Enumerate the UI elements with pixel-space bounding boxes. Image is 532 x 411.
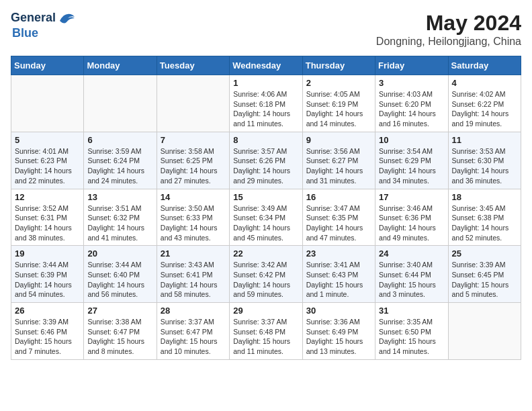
day-number: 1 xyxy=(233,78,298,88)
calendar-day-cell: 9Sunrise: 3:56 AM Sunset: 6:27 PM Daylig… xyxy=(302,132,375,189)
day-info: Sunrise: 3:37 AM Sunset: 6:48 PM Dayligh… xyxy=(233,317,298,357)
day-number: 18 xyxy=(452,192,517,202)
day-info: Sunrise: 3:53 AM Sunset: 6:30 PM Dayligh… xyxy=(452,146,517,186)
day-info: Sunrise: 3:47 AM Sunset: 6:35 PM Dayligh… xyxy=(306,203,371,243)
day-number: 28 xyxy=(161,306,226,316)
weekday-header: Wednesday xyxy=(230,56,302,75)
calendar-header: SundayMondayTuesdayWednesdayThursdayFrid… xyxy=(11,56,521,75)
day-number: 12 xyxy=(15,192,80,202)
location: Dongning, Heilongjiang, China xyxy=(376,36,521,48)
calendar-day-cell: 21Sunrise: 3:43 AM Sunset: 6:41 PM Dayli… xyxy=(157,246,229,303)
day-info: Sunrise: 3:51 AM Sunset: 6:32 PM Dayligh… xyxy=(87,203,152,243)
day-info: Sunrise: 4:01 AM Sunset: 6:23 PM Dayligh… xyxy=(15,146,80,186)
weekday-header: Saturday xyxy=(448,56,521,75)
day-number: 23 xyxy=(306,248,371,259)
calendar-day-cell: 20Sunrise: 3:44 AM Sunset: 6:40 PM Dayli… xyxy=(84,246,157,303)
calendar-day-cell: 26Sunrise: 3:39 AM Sunset: 6:46 PM Dayli… xyxy=(11,303,84,360)
calendar-day-cell: 14Sunrise: 3:50 AM Sunset: 6:33 PM Dayli… xyxy=(157,189,229,246)
day-info: Sunrise: 4:02 AM Sunset: 6:22 PM Dayligh… xyxy=(452,89,517,129)
calendar-day-cell: 22Sunrise: 3:42 AM Sunset: 6:42 PM Dayli… xyxy=(230,246,302,303)
calendar-table: SundayMondayTuesdayWednesdayThursdayFrid… xyxy=(11,56,521,360)
logo-general: General xyxy=(11,11,56,24)
day-number: 29 xyxy=(233,306,298,316)
day-number: 25 xyxy=(452,248,517,259)
day-number: 21 xyxy=(161,248,226,259)
day-number: 17 xyxy=(379,192,444,202)
day-info: Sunrise: 3:56 AM Sunset: 6:27 PM Dayligh… xyxy=(306,146,371,186)
calendar-day-cell: 15Sunrise: 3:49 AM Sunset: 6:34 PM Dayli… xyxy=(230,189,302,246)
calendar-day-cell: 2Sunrise: 4:05 AM Sunset: 6:19 PM Daylig… xyxy=(302,75,375,132)
calendar-day-cell xyxy=(11,75,84,132)
month-title: May 2024 xyxy=(376,11,521,36)
day-number: 15 xyxy=(233,192,298,202)
day-number: 24 xyxy=(379,248,444,259)
logo-blue: Blue xyxy=(12,26,38,40)
calendar-day-cell: 4Sunrise: 4:02 AM Sunset: 6:22 PM Daylig… xyxy=(448,75,521,132)
day-info: Sunrise: 3:38 AM Sunset: 6:47 PM Dayligh… xyxy=(87,317,152,357)
calendar-week-row: 12Sunrise: 3:52 AM Sunset: 6:31 PM Dayli… xyxy=(11,189,521,246)
day-info: Sunrise: 3:37 AM Sunset: 6:47 PM Dayligh… xyxy=(161,317,226,357)
day-number: 27 xyxy=(87,306,152,316)
calendar-day-cell: 16Sunrise: 3:47 AM Sunset: 6:35 PM Dayli… xyxy=(302,189,375,246)
title-block: May 2024 Dongning, Heilongjiang, China xyxy=(376,11,521,48)
calendar-day-cell: 18Sunrise: 3:45 AM Sunset: 6:38 PM Dayli… xyxy=(448,189,521,246)
calendar-day-cell: 7Sunrise: 3:58 AM Sunset: 6:25 PM Daylig… xyxy=(157,132,229,189)
day-info: Sunrise: 4:05 AM Sunset: 6:19 PM Dayligh… xyxy=(306,89,371,129)
calendar-day-cell: 11Sunrise: 3:53 AM Sunset: 6:30 PM Dayli… xyxy=(448,132,521,189)
calendar-day-cell: 23Sunrise: 3:41 AM Sunset: 6:43 PM Dayli… xyxy=(302,246,375,303)
day-number: 2 xyxy=(306,78,371,88)
day-number: 30 xyxy=(306,306,371,316)
day-info: Sunrise: 4:06 AM Sunset: 6:18 PM Dayligh… xyxy=(233,89,298,129)
weekday-header: Thursday xyxy=(302,56,375,75)
calendar-week-row: 26Sunrise: 3:39 AM Sunset: 6:46 PM Dayli… xyxy=(11,303,521,360)
calendar-day-cell: 13Sunrise: 3:51 AM Sunset: 6:32 PM Dayli… xyxy=(84,189,157,246)
day-number: 5 xyxy=(15,135,80,145)
day-info: Sunrise: 3:46 AM Sunset: 6:36 PM Dayligh… xyxy=(379,203,444,243)
day-info: Sunrise: 3:45 AM Sunset: 6:38 PM Dayligh… xyxy=(452,203,517,243)
day-info: Sunrise: 3:54 AM Sunset: 6:29 PM Dayligh… xyxy=(379,146,444,186)
calendar-day-cell: 25Sunrise: 3:39 AM Sunset: 6:45 PM Dayli… xyxy=(448,246,521,303)
calendar-week-row: 1Sunrise: 4:06 AM Sunset: 6:18 PM Daylig… xyxy=(11,75,521,132)
day-number: 31 xyxy=(379,306,444,316)
calendar-day-cell: 27Sunrise: 3:38 AM Sunset: 6:47 PM Dayli… xyxy=(84,303,157,360)
weekday-row: SundayMondayTuesdayWednesdayThursdayFrid… xyxy=(11,56,521,75)
weekday-header: Friday xyxy=(375,56,448,75)
day-info: Sunrise: 3:43 AM Sunset: 6:41 PM Dayligh… xyxy=(161,260,226,300)
calendar-day-cell: 31Sunrise: 3:35 AM Sunset: 6:50 PM Dayli… xyxy=(375,303,448,360)
day-info: Sunrise: 3:58 AM Sunset: 6:25 PM Dayligh… xyxy=(161,146,226,186)
calendar-week-row: 19Sunrise: 3:44 AM Sunset: 6:39 PM Dayli… xyxy=(11,246,521,303)
calendar-day-cell xyxy=(157,75,229,132)
calendar-day-cell: 1Sunrise: 4:06 AM Sunset: 6:18 PM Daylig… xyxy=(230,75,302,132)
day-info: Sunrise: 3:44 AM Sunset: 6:40 PM Dayligh… xyxy=(87,260,152,300)
day-info: Sunrise: 3:39 AM Sunset: 6:45 PM Dayligh… xyxy=(452,260,517,300)
weekday-header: Monday xyxy=(84,56,157,75)
day-info: Sunrise: 3:50 AM Sunset: 6:33 PM Dayligh… xyxy=(161,203,226,243)
day-info: Sunrise: 3:52 AM Sunset: 6:31 PM Dayligh… xyxy=(15,203,80,243)
calendar-day-cell: 19Sunrise: 3:44 AM Sunset: 6:39 PM Dayli… xyxy=(11,246,84,303)
logo: General Blue xyxy=(11,11,76,40)
day-info: Sunrise: 3:49 AM Sunset: 6:34 PM Dayligh… xyxy=(233,203,298,243)
logo-text: General xyxy=(11,11,76,26)
day-number: 26 xyxy=(15,306,80,316)
day-number: 10 xyxy=(379,135,444,145)
day-number: 3 xyxy=(379,78,444,88)
day-info: Sunrise: 3:36 AM Sunset: 6:49 PM Dayligh… xyxy=(306,317,371,357)
calendar-day-cell: 8Sunrise: 3:57 AM Sunset: 6:26 PM Daylig… xyxy=(230,132,302,189)
calendar-day-cell: 6Sunrise: 3:59 AM Sunset: 6:24 PM Daylig… xyxy=(84,132,157,189)
day-number: 22 xyxy=(233,248,298,259)
day-info: Sunrise: 3:44 AM Sunset: 6:39 PM Dayligh… xyxy=(15,260,80,300)
day-number: 13 xyxy=(87,192,152,202)
calendar-day-cell: 30Sunrise: 3:36 AM Sunset: 6:49 PM Dayli… xyxy=(302,303,375,360)
page-header: General Blue May 2024 Dongning, Heilongj… xyxy=(11,11,521,48)
calendar-body: 1Sunrise: 4:06 AM Sunset: 6:18 PM Daylig… xyxy=(11,75,521,360)
calendar-day-cell: 24Sunrise: 3:40 AM Sunset: 6:44 PM Dayli… xyxy=(375,246,448,303)
day-number: 9 xyxy=(306,135,371,145)
calendar-day-cell: 5Sunrise: 4:01 AM Sunset: 6:23 PM Daylig… xyxy=(11,132,84,189)
calendar-day-cell: 28Sunrise: 3:37 AM Sunset: 6:47 PM Dayli… xyxy=(157,303,229,360)
day-number: 7 xyxy=(161,135,226,145)
calendar-day-cell: 10Sunrise: 3:54 AM Sunset: 6:29 PM Dayli… xyxy=(375,132,448,189)
day-info: Sunrise: 3:59 AM Sunset: 6:24 PM Dayligh… xyxy=(87,146,152,186)
day-number: 19 xyxy=(15,248,80,259)
calendar-day-cell: 17Sunrise: 3:46 AM Sunset: 6:36 PM Dayli… xyxy=(375,189,448,246)
calendar-day-cell: 3Sunrise: 4:03 AM Sunset: 6:20 PM Daylig… xyxy=(375,75,448,132)
